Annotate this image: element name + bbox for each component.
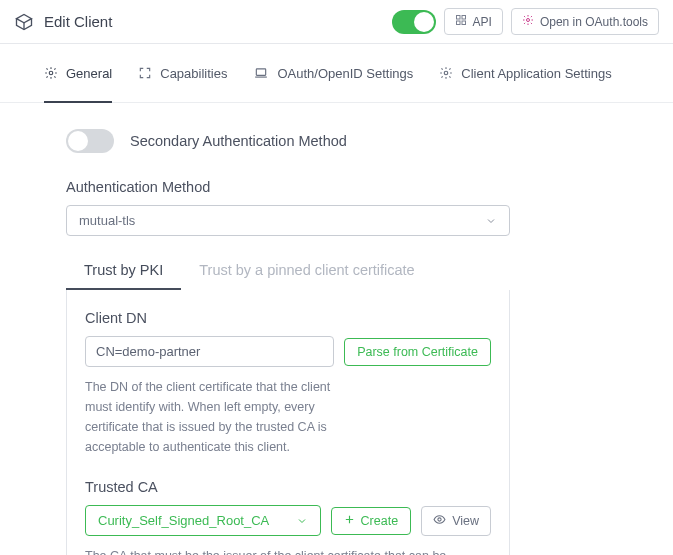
svg-rect-2	[456, 21, 460, 25]
content-area: Secondary Authentication Method Authenti…	[0, 103, 673, 555]
svg-point-8	[438, 517, 441, 520]
laptop-icon	[253, 66, 269, 80]
open-oauth-tools-label: Open in OAuth.tools	[540, 15, 648, 29]
create-ca-button[interactable]: Create	[331, 507, 412, 535]
gear-icon	[44, 66, 58, 80]
client-dn-help: The DN of the client certificate that th…	[85, 377, 345, 457]
client-dn-label: Client DN	[85, 310, 491, 326]
parse-from-cert-button[interactable]: Parse from Certificate	[344, 338, 491, 366]
open-oauth-tools-button[interactable]: Open in OAuth.tools	[511, 8, 659, 35]
svg-rect-0	[456, 16, 460, 20]
svg-rect-3	[462, 21, 466, 25]
fullscreen-icon	[138, 66, 152, 80]
client-icon	[14, 12, 34, 32]
tab-capabilities[interactable]: Capabilities	[138, 45, 227, 103]
page-header: Edit Client API Open in OAuth.tools	[0, 0, 673, 44]
header-left: Edit Client	[14, 12, 392, 32]
api-button-label: API	[473, 15, 492, 29]
svg-point-4	[526, 19, 529, 22]
trust-subtabs: Trust by PKI Trust by a pinned client ce…	[66, 252, 510, 290]
trusted-ca-value: Curity_Self_Signed_Root_CA	[98, 513, 269, 528]
auth-method-value: mutual-tls	[79, 213, 135, 228]
trusted-ca-row: Curity_Self_Signed_Root_CA Create	[85, 505, 491, 536]
auth-method-label: Authentication Method	[66, 179, 663, 195]
client-dn-row: Parse from Certificate	[85, 336, 491, 367]
auth-method-select[interactable]: mutual-tls	[66, 205, 510, 236]
tab-label: Client Application Settings	[461, 66, 611, 81]
api-button[interactable]: API	[444, 8, 503, 35]
svg-rect-6	[257, 69, 266, 75]
svg-point-7	[445, 71, 449, 75]
main-tabs: General Capabilities OAuth/OpenID Settin…	[0, 44, 673, 103]
tab-general[interactable]: General	[44, 45, 112, 103]
client-dn-input[interactable]	[85, 336, 334, 367]
subtab-trust-pinned[interactable]: Trust by a pinned client certificate	[181, 252, 432, 290]
trusted-ca-select[interactable]: Curity_Self_Signed_Root_CA	[85, 505, 321, 536]
tab-client-app-settings[interactable]: Client Application Settings	[439, 45, 611, 103]
chevron-down-icon	[296, 515, 308, 527]
page-title: Edit Client	[44, 13, 112, 30]
plus-icon	[344, 514, 355, 528]
eye-icon	[433, 513, 446, 529]
api-icon	[455, 14, 467, 29]
secondary-auth-row: Secondary Authentication Method	[66, 129, 663, 153]
tab-oauth-openid[interactable]: OAuth/OpenID Settings	[253, 45, 413, 103]
create-button-label: Create	[361, 514, 399, 528]
parse-button-label: Parse from Certificate	[357, 345, 478, 359]
trusted-ca-label: Trusted CA	[85, 479, 491, 495]
view-ca-button[interactable]: View	[421, 506, 491, 536]
tab-label: General	[66, 66, 112, 81]
tab-label: Capabilities	[160, 66, 227, 81]
chevron-down-icon	[485, 215, 497, 227]
trust-pki-panel: Client DN Parse from Certificate The DN …	[66, 290, 510, 555]
gear-icon	[439, 66, 453, 80]
svg-point-5	[49, 71, 53, 75]
secondary-auth-toggle[interactable]	[66, 129, 114, 153]
view-button-label: View	[452, 514, 479, 528]
svg-rect-1	[462, 16, 466, 20]
tab-label: OAuth/OpenID Settings	[277, 66, 413, 81]
trusted-ca-help: The CA that must be the issuer of the cl…	[85, 546, 465, 555]
subtab-trust-pki[interactable]: Trust by PKI	[66, 252, 181, 290]
secondary-auth-label: Secondary Authentication Method	[130, 133, 347, 149]
gear-icon	[522, 14, 534, 29]
client-enabled-toggle[interactable]	[392, 10, 436, 34]
header-right: API Open in OAuth.tools	[392, 8, 659, 35]
